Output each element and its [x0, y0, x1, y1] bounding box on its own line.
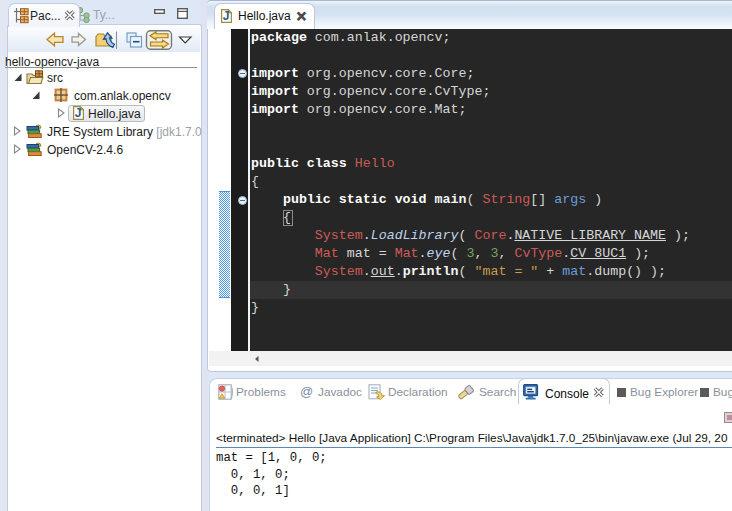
svg-text:J: J: [223, 9, 230, 23]
svg-text:J: J: [75, 106, 82, 120]
